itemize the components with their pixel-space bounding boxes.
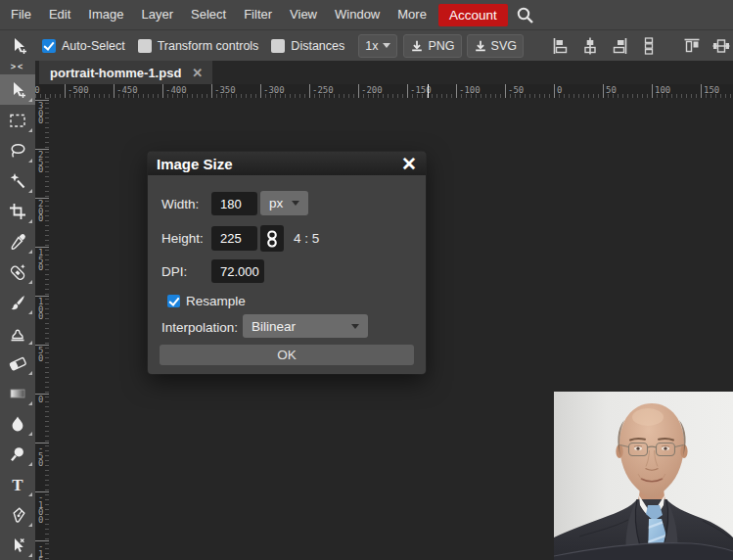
document-tab[interactable]: portrait-homme-1.psd ✕ bbox=[39, 61, 212, 84]
lasso-icon bbox=[8, 141, 27, 161]
width-label: Width: bbox=[161, 197, 199, 211]
tool-clone-stamp[interactable] bbox=[0, 317, 35, 348]
menu-item-layer[interactable]: Layer bbox=[133, 0, 183, 29]
crop-icon bbox=[8, 202, 27, 221]
healing-brush-icon bbox=[8, 262, 27, 282]
export-png-label: PNG bbox=[428, 39, 454, 53]
dialog-title: Image Size bbox=[157, 156, 401, 172]
dialog-title-bar[interactable]: Image Size ✕ bbox=[148, 152, 426, 175]
options-bar: Auto-Select Transform controls Distances… bbox=[0, 29, 733, 61]
tool-eraser[interactable] bbox=[0, 348, 35, 378]
blur-icon bbox=[8, 414, 27, 434]
tool-healing-brush[interactable] bbox=[0, 257, 35, 287]
auto-select-label: Auto-Select bbox=[62, 39, 125, 53]
tool-type[interactable]: T bbox=[0, 469, 35, 499]
move-icon bbox=[8, 80, 27, 100]
brush-icon bbox=[8, 293, 27, 312]
search-icon[interactable] bbox=[516, 6, 534, 24]
ruler-cursor-marker bbox=[428, 84, 429, 98]
eyedropper-icon bbox=[8, 232, 27, 252]
resample-checkbox[interactable]: Resample bbox=[167, 293, 246, 308]
tool-move[interactable] bbox=[0, 74, 35, 105]
tool-brush[interactable] bbox=[0, 287, 35, 317]
dpi-label: DPI: bbox=[161, 264, 187, 279]
marquee-icon bbox=[8, 111, 27, 130]
toolbar-collapse-toggle[interactable]: >< bbox=[0, 61, 35, 74]
tool-marquee[interactable] bbox=[0, 105, 35, 135]
chain-link-icon bbox=[266, 230, 278, 248]
tool-gradient[interactable] bbox=[0, 378, 35, 408]
interpolation-label: Interpolation: bbox=[161, 320, 238, 335]
link-dimensions-button[interactable] bbox=[260, 225, 284, 252]
document-tab-title: portrait-homme-1.psd bbox=[50, 66, 181, 80]
checkbox-unchecked-icon bbox=[138, 39, 152, 53]
tool-path-select[interactable] bbox=[0, 530, 35, 560]
export-svg-button[interactable]: SVG bbox=[467, 34, 524, 58]
checkbox-checked-icon bbox=[167, 295, 180, 307]
tool-blur[interactable] bbox=[0, 408, 35, 439]
download-icon bbox=[474, 39, 487, 53]
align-left-icon[interactable] bbox=[551, 36, 571, 56]
menu-item-file[interactable]: File bbox=[2, 0, 40, 29]
unit-value: px bbox=[269, 196, 283, 210]
clone-stamp-icon bbox=[8, 323, 27, 343]
document-tab-bar: portrait-homme-1.psd ✕ bbox=[35, 61, 733, 84]
distances-checkbox[interactable]: Distances bbox=[271, 39, 344, 53]
chevron-down-icon bbox=[292, 201, 299, 206]
transform-controls-checkbox[interactable]: Transform controls bbox=[138, 39, 259, 53]
download-icon bbox=[410, 39, 424, 53]
ok-button[interactable]: OK bbox=[160, 345, 414, 365]
auto-select-checkbox[interactable]: Auto-Select bbox=[42, 39, 125, 53]
zoom-level-value: 1x bbox=[365, 39, 378, 53]
menu-item-view[interactable]: View bbox=[281, 0, 326, 29]
portrait-image bbox=[554, 392, 733, 560]
tool-pen[interactable] bbox=[0, 499, 35, 530]
zoom-level-dropdown[interactable]: 1x bbox=[358, 34, 397, 58]
align-right-icon[interactable] bbox=[610, 36, 629, 56]
menu-item-window[interactable]: Window bbox=[326, 0, 389, 29]
unit-dropdown[interactable]: px bbox=[260, 191, 308, 215]
interpolation-dropdown[interactable]: Bilinear bbox=[243, 314, 368, 338]
export-png-button[interactable]: PNG bbox=[403, 34, 461, 58]
dialog-close-icon[interactable]: ✕ bbox=[401, 155, 417, 173]
magic-wand-icon bbox=[8, 171, 27, 191]
dpi-input[interactable] bbox=[211, 259, 264, 283]
height-label: Height: bbox=[161, 231, 204, 246]
tool-eyedropper[interactable] bbox=[0, 226, 35, 257]
menu-item-filter[interactable]: Filter bbox=[235, 0, 281, 29]
transform-controls-label: Transform controls bbox=[158, 39, 259, 53]
checkbox-unchecked-icon bbox=[271, 39, 285, 53]
type-icon: T bbox=[8, 475, 27, 494]
align-middle-vertical-icon[interactable] bbox=[711, 36, 731, 56]
horizontal-ruler[interactable]: -550-500-450-400-350-300-250-200-150-100… bbox=[35, 84, 733, 98]
resample-label: Resample bbox=[186, 294, 246, 308]
aspect-ratio-value: 4 : 5 bbox=[294, 231, 319, 246]
tool-magic-wand[interactable] bbox=[0, 165, 35, 196]
canvas[interactable]: Image Size ✕ Width: px Height: bbox=[49, 98, 733, 560]
move-tool-icon bbox=[7, 34, 30, 58]
menu-bar: FileEditImageLayerSelectFilterViewWindow… bbox=[0, 0, 733, 29]
menu-item-more[interactable]: More bbox=[389, 0, 435, 29]
dodge-icon bbox=[8, 444, 27, 464]
tool-crop[interactable] bbox=[0, 196, 35, 226]
tab-close-icon[interactable]: ✕ bbox=[192, 66, 203, 80]
path-select-icon bbox=[8, 536, 27, 555]
gradient-icon bbox=[8, 384, 27, 403]
align-center-horizontal-icon[interactable] bbox=[580, 36, 600, 56]
tool-lasso[interactable] bbox=[0, 135, 35, 165]
tool-dodge[interactable] bbox=[0, 439, 35, 469]
height-input[interactable] bbox=[211, 226, 257, 251]
distances-label: Distances bbox=[291, 39, 344, 53]
width-input[interactable] bbox=[211, 192, 257, 215]
export-svg-label: SVG bbox=[491, 39, 517, 53]
account-button[interactable]: Account bbox=[438, 4, 508, 26]
distribute-vertical-icon[interactable] bbox=[639, 36, 659, 56]
align-top-icon[interactable] bbox=[682, 36, 702, 56]
vertical-ruler[interactable]: 300250200150100500-50-100-150 bbox=[35, 98, 49, 560]
tool-sidebar: >< T bbox=[0, 61, 35, 560]
checkbox-checked-icon bbox=[42, 39, 56, 53]
menu-item-edit[interactable]: Edit bbox=[40, 0, 79, 29]
menu-item-image[interactable]: Image bbox=[79, 0, 132, 29]
menu-item-select[interactable]: Select bbox=[182, 0, 235, 29]
svg-text:T: T bbox=[12, 476, 23, 494]
